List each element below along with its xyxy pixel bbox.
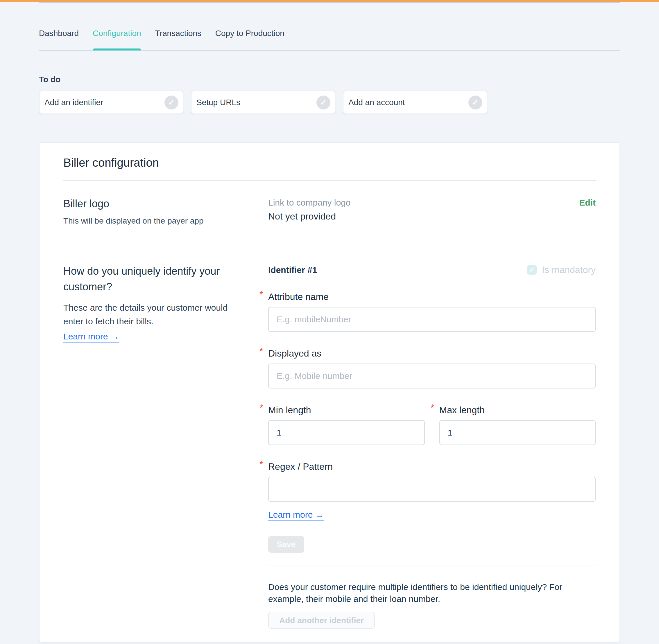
todo-card-list: Add an identifier ✓ Setup URLs ✓ Add an … <box>39 91 620 114</box>
tab-configuration[interactable]: Configuration <box>93 29 141 50</box>
required-asterisk: * <box>260 346 263 356</box>
check-circle-icon: ✓ <box>468 95 482 110</box>
identifier-form: Identifier #1 ✓ Is mandatory * Attribute… <box>268 263 596 629</box>
biller-configuration-title: Biller configuration <box>63 143 596 169</box>
min-length-input[interactable] <box>268 420 425 445</box>
identifier-header: Identifier #1 ✓ Is mandatory <box>268 264 596 275</box>
identify-description: These are the details your customer woul… <box>63 301 232 328</box>
content-top-divider <box>39 2 620 3</box>
todo-card-setup-urls[interactable]: Setup URLs ✓ <box>191 91 335 114</box>
biller-logo-row: Biller logo This will be displayed on th… <box>63 181 596 237</box>
save-button[interactable]: Save <box>268 536 304 553</box>
required-asterisk: * <box>260 402 263 413</box>
required-asterisk: * <box>431 402 434 413</box>
check-circle-icon: ✓ <box>316 95 330 110</box>
biller-logo-value-block: Link to company logo Not yet provided <box>268 198 579 222</box>
is-mandatory-checkbox[interactable]: ✓ <box>527 265 537 275</box>
tab-copy-to-production[interactable]: Copy to Production <box>215 29 284 50</box>
company-logo-link-label: Link to company logo <box>268 198 579 208</box>
tab-transactions[interactable]: Transactions <box>155 29 201 50</box>
regex-learn-more-link[interactable]: Learn more → <box>268 510 324 521</box>
displayed-as-label: * Displayed as <box>268 348 321 359</box>
min-length-label-text: Min length <box>268 405 311 415</box>
attribute-name-label-text: Attribute name <box>268 292 329 302</box>
max-length-block: * Max length <box>439 389 596 445</box>
displayed-as-input[interactable] <box>268 364 596 389</box>
tab-configuration-label: Configuration <box>93 29 141 38</box>
todo-card-add-identifier[interactable]: Add an identifier ✓ <box>39 91 183 114</box>
add-another-identifier-button[interactable]: Add another identifier <box>268 612 375 629</box>
displayed-as-label-text: Displayed as <box>268 348 321 359</box>
max-length-label-text: Max length <box>439 405 485 415</box>
regex-pattern-label: * Regex / Pattern <box>268 461 333 472</box>
biller-logo-labels: Biller logo This will be displayed on th… <box>63 198 268 226</box>
identifier-divider <box>268 566 596 566</box>
biller-logo-description: This will be displayed on the payer app <box>63 216 268 226</box>
min-length-block: * Min length <box>268 389 425 445</box>
min-length-label: * Min length <box>268 405 311 415</box>
active-tab-indicator <box>93 48 141 50</box>
max-length-input[interactable] <box>439 420 596 445</box>
regex-pattern-input[interactable] <box>268 477 596 502</box>
required-asterisk: * <box>260 459 263 470</box>
identify-question-block: How do you uniquely identify your custom… <box>63 263 268 343</box>
todo-section: To do Add an identifier ✓ Setup URLs ✓ A… <box>39 75 620 128</box>
biller-logo-label: Biller logo <box>63 198 268 210</box>
company-logo-link-value: Not yet provided <box>268 211 579 222</box>
todo-card-label: Setup URLs <box>196 98 240 107</box>
multiple-identifiers-question: Does your customer require multiple iden… <box>268 581 596 605</box>
min-max-row: * Min length * Max length <box>268 389 596 445</box>
todo-title: To do <box>39 75 620 84</box>
section-divider <box>39 128 620 128</box>
regex-pattern-label-text: Regex / Pattern <box>268 461 333 472</box>
required-asterisk: * <box>260 289 263 300</box>
biller-configuration-card: Biller configuration Biller logo This wi… <box>39 142 620 643</box>
learn-more-link[interactable]: Learn more → <box>63 331 119 343</box>
identify-question: How do you uniquely identify your custom… <box>63 263 232 295</box>
tab-bar: Dashboard Configuration Transactions Cop… <box>39 2 620 50</box>
edit-logo-link[interactable]: Edit <box>579 198 596 208</box>
attribute-name-input[interactable] <box>268 307 596 332</box>
attribute-name-label: * Attribute name <box>268 292 329 302</box>
max-length-label: * Max length <box>439 405 485 415</box>
tab-dashboard[interactable]: Dashboard <box>39 29 79 50</box>
todo-card-label: Add an identifier <box>44 98 103 107</box>
todo-card-label: Add an account <box>348 98 405 107</box>
todo-card-add-account[interactable]: Add an account ✓ <box>343 91 487 114</box>
check-circle-icon: ✓ <box>164 95 178 110</box>
is-mandatory-label: Is mandatory <box>542 264 596 275</box>
identifier-row: How do you uniquely identify your custom… <box>63 248 596 642</box>
is-mandatory-control: ✓ Is mandatory <box>527 264 596 275</box>
top-accent-bar <box>0 0 659 2</box>
identifier-title: Identifier #1 <box>268 265 317 275</box>
